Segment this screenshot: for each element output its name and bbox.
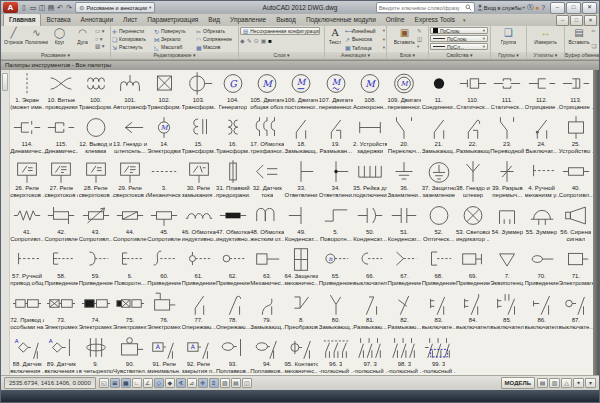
save-icon[interactable]: ◫ (38, 2, 46, 13)
palette-item[interactable]: A88. Датчиквключения ... (10, 334, 44, 375)
palette-item[interactable]: 3.Механическ... (147, 158, 181, 202)
palette-item[interactable]: 56. Сиренасигнал (559, 202, 593, 246)
palette-item[interactable]: 41.Сопротивл... (10, 202, 44, 246)
layer-prev-icon[interactable]: ⊙ (254, 37, 259, 44)
palette-item[interactable]: 21.Замыкающ... (422, 114, 456, 158)
palette-item[interactable]: n65.Приведение... (319, 246, 353, 290)
palette-item[interactable]: 87.выключате... (559, 290, 593, 334)
palette-item[interactable]: 10. Витыепроводники (44, 70, 78, 114)
palette-item[interactable]: 24.Выключат... (524, 114, 558, 158)
palette-item[interactable]: 84.выключател... (456, 290, 490, 334)
palette-item[interactable]: 57. Ручнойпривод общ... (10, 246, 44, 290)
palette-item[interactable]: 72. Привод сособыми на... (10, 290, 44, 334)
panel-edit-label[interactable]: Редактирование ▾ (111, 52, 238, 59)
palette-item[interactable]: 95. Контактормеханичес... (284, 334, 318, 375)
plot-icon[interactable]: ▤ (47, 2, 55, 13)
palette-item[interactable]: 6.Поворотн... (113, 246, 147, 290)
palette-grip-button[interactable] (2, 73, 8, 91)
tab-управление[interactable]: Управление (225, 14, 271, 26)
palette-item[interactable]: M109. Двигательпеременног... (387, 70, 421, 114)
palette-item[interactable]: 35. Рейка дляподключения (353, 158, 387, 202)
palette-item[interactable]: 4. Ручноймеханизм у... (524, 158, 558, 202)
toggle-esnap[interactable]: ◇ (154, 378, 164, 388)
palette-item[interactable]: 66.выключатель (353, 246, 387, 290)
palette-item[interactable]: 83.выключате... (422, 290, 456, 334)
toggle-ortho[interactable]: ∟ (132, 378, 142, 388)
tab-параметризация[interactable]: Параметризация (142, 14, 203, 26)
new-file-icon[interactable]: ▯ (20, 2, 28, 13)
workspace-menu-icon[interactable]: ▾ (585, 378, 596, 388)
toggle-grid[interactable]: ▦ (121, 378, 131, 388)
palette-item[interactable]: 67.Приведение... (387, 246, 421, 290)
palette-item[interactable]: 44.Сопротивле... (113, 202, 147, 246)
palette-item[interactable]: 54. Зуммер (490, 202, 524, 246)
close-button[interactable]: ✕ (582, 2, 597, 14)
palette-item[interactable]: 94.Поплавков... (250, 334, 284, 375)
annot-выноска-button[interactable]: ↗Выноска▾ (345, 36, 385, 43)
draw-дуга-button[interactable]: ◠Дуга (71, 27, 94, 51)
layer-dropdown[interactable]: ▤ Несохраненная конфигурация с...▾ (240, 27, 320, 35)
rectangle-icon[interactable]: ▭ ▾ (95, 28, 105, 35)
toggle-tpy[interactable]: ▨ (220, 378, 230, 388)
palette-item[interactable]: 96. 3-полюсный ... (319, 334, 353, 375)
palette-item[interactable]: 52.Оптическ... (422, 202, 456, 246)
insert-block-button[interactable]: ▣ Вставить (393, 27, 416, 51)
chevron-down-icon[interactable]: ▾ (417, 43, 422, 50)
palette-item[interactable]: 60.Приведение... (147, 246, 181, 290)
palette-item[interactable]: 98. 3-полюсный ... (387, 334, 421, 375)
palette-grip[interactable] (1, 70, 10, 375)
paste-button[interactable]: ▤ Вставить (568, 27, 591, 51)
doc-close-button[interactable]: ✕ (584, 15, 597, 26)
toggle-snap[interactable]: ⊞ (110, 378, 120, 388)
palette-item[interactable]: 36.Заземлени... (387, 158, 421, 202)
palette-item[interactable]: 110.Статическ... (456, 70, 490, 114)
palette-item[interactable]: 86.выключател... (524, 290, 558, 334)
draw-круг-button[interactable]: ◯Круг (48, 27, 71, 51)
open-file-icon[interactable]: ▭ (29, 2, 37, 13)
palette-item[interactable]: 37. Защитноезаземление (422, 158, 456, 202)
palette-item[interactable]: 20.Переключ... (387, 114, 421, 158)
toggle-ducs[interactable]: ⊿ (187, 378, 197, 388)
palette-item[interactable]: 11.Соединени... (422, 70, 456, 114)
block-attr-icon[interactable]: ◫ (417, 36, 422, 43)
palette-item[interactable]: M14.Электродвиг... (147, 114, 181, 158)
edit-обрезать-button[interactable]: ✂Обрезать (196, 27, 237, 35)
hatch-icon[interactable]: ▨ ▾ (95, 43, 105, 50)
tab-online[interactable]: Online (381, 14, 410, 26)
palette-item[interactable]: 23.Переводной... (490, 114, 524, 158)
annot-линейный-button[interactable]: ⟷Линейный▾ (345, 27, 385, 34)
palette-item[interactable]: 26. Релесверхтоков ... (10, 158, 44, 202)
palette-item[interactable]: 39. Разрывперемыч... (490, 158, 524, 202)
redo-icon[interactable]: ↷ (65, 2, 73, 13)
workspace-dropdown[interactable]: ⚙ Рисование и аннотации ▾ (75, 2, 155, 13)
palette-item[interactable]: 43.Сопротивл... (79, 202, 113, 246)
panel-properties-label[interactable]: Свойства ▾ (429, 52, 490, 59)
toggle-polar[interactable]: ∠ (143, 378, 153, 388)
edit-перенести-button[interactable]: ✛Перенести (112, 27, 153, 35)
edit-масштаб-button[interactable]: ◺Масштаб (154, 43, 195, 51)
palette-item[interactable]: 42.Сопротивле... (44, 202, 78, 246)
palette-item[interactable]: M106. Двигательпостоянног... (284, 70, 318, 114)
toggle-lwt[interactable]: ≡ (209, 378, 219, 388)
cut-icon[interactable]: ✂ (592, 28, 597, 35)
palette-item[interactable]: 90.Чувствител... (113, 334, 147, 375)
palette-item[interactable]: 115.Динамичес... (44, 114, 78, 158)
palette-item[interactable]: 15.Трансформ... (181, 114, 215, 158)
palette-item[interactable]: G104.Генератор (216, 70, 250, 114)
palette-item[interactable]: 62.Приведение... (216, 246, 250, 290)
palette-item[interactable]: 33.Ответвлени... (284, 158, 318, 202)
palette-item[interactable]: 75.Электромех... (113, 290, 147, 334)
palette-item[interactable]: 46. Обмоткаиндуктивно... (181, 202, 215, 246)
palette-item[interactable]: 1. Экран(может име... (10, 70, 44, 114)
tab-аннотации[interactable]: Аннотации (76, 14, 119, 26)
palette-item[interactable]: 34.Ответвлени... (319, 158, 353, 202)
layer-props-icon[interactable]: ◆ (240, 37, 245, 44)
palette-titlebar[interactable]: Палитры инструментов - Все палитры (1, 60, 599, 70)
palette-item[interactable]: 79.Замыкающ... (250, 290, 284, 334)
tab-лист[interactable]: Лист (118, 14, 142, 26)
search-icon[interactable] (465, 4, 472, 11)
palette-item[interactable]: 59.Приведение... (79, 246, 113, 290)
property-combo-2[interactable]: ПоСл...▾ (430, 43, 488, 50)
palette-item[interactable]: 2. Устройствозадержки (353, 114, 387, 158)
palette-item[interactable]: 25.Устройство ... (559, 114, 593, 158)
